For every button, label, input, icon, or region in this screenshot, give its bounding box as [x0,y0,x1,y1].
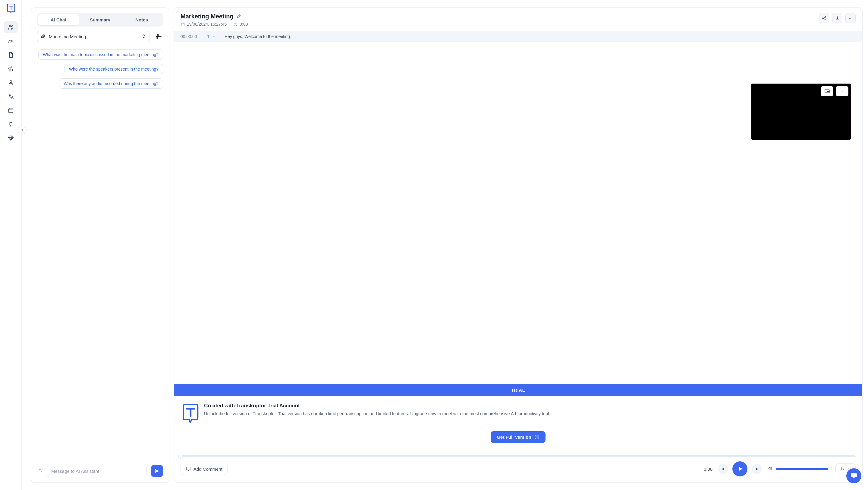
logo[interactable] [0,0,22,17]
tab-notes[interactable]: Notes [121,14,162,25]
player: Add Comment 0:00 1x [174,450,862,483]
play-button[interactable] [733,461,747,477]
trial-banner: TRIAL [174,384,862,396]
prev-button[interactable] [718,464,728,474]
transcript-speaker[interactable]: 1 [207,34,219,39]
svg-point-0 [9,25,11,27]
sidebar-item-profile[interactable] [4,77,18,89]
context-select[interactable]: Marketing Meeting [37,31,150,42]
filters-button[interactable] [155,32,163,41]
transcript-time: 00:00:00 [181,34,202,39]
sparkle-icon [37,468,42,474]
trial-body: Unlock the full version of Transkriptor.… [204,411,550,417]
suggestion-chip[interactable]: What was the main topic discussed in the… [38,50,163,60]
attachment-icon [40,33,46,40]
tabs: AI Chat Summary Notes [37,13,163,27]
next-button[interactable] [752,464,762,474]
sidebar-item-speedometer[interactable] [4,35,18,47]
svg-point-1 [11,26,13,27]
svg-point-4 [10,81,11,82]
add-comment-button[interactable]: Add Comment [181,463,227,475]
svg-point-6 [157,34,158,36]
edit-title-icon[interactable] [237,13,241,20]
tab-ai-chat[interactable]: AI Chat [38,14,79,25]
trial-logo-icon [182,403,198,425]
page-title: Marketing Meeting [181,13,234,20]
seek-slider[interactable] [181,455,856,457]
svg-point-15 [850,18,851,19]
sidebar [0,0,22,490]
transcript-row[interactable]: 00:00:00 1 Hey guys. Welcome to the meet… [174,31,862,42]
assistant-panel: AI Chat Summary Notes Marketing Meeting … [31,7,169,483]
trial-heading: Created with Transkriptor Trial Account [204,403,550,409]
transcript-panel: Marketing Meeting 19/08/2024, 16:27:45 0… [174,7,863,483]
sidebar-item-premium[interactable] [4,132,18,144]
svg-point-8 [157,37,158,39]
sidebar-item-users[interactable] [4,21,18,33]
assistant-input[interactable] [47,465,147,477]
tab-summary[interactable]: Summary [80,14,120,25]
chat-fab[interactable] [846,468,861,483]
more-button[interactable] [845,13,856,23]
sidebar-item-rewards[interactable] [4,63,18,75]
video-minimize-button[interactable] [836,86,848,96]
sidebar-item-document[interactable] [4,49,18,61]
svg-point-19 [535,435,539,439]
playback-position: 0:00 [704,466,712,471]
volume-icon[interactable] [767,466,773,472]
sidebar-item-language[interactable] [4,90,18,103]
svg-point-16 [851,18,852,19]
svg-point-14 [849,18,849,19]
meta-duration: 0:08 [233,22,248,27]
svg-rect-9 [181,23,184,26]
transcript-text: Hey guys. Welcome to the meeting [224,34,856,39]
sidebar-item-integrations[interactable] [4,118,18,131]
send-button[interactable] [151,465,163,477]
svg-rect-18 [827,91,829,92]
suggestions: What was the main topic discussed in the… [37,50,163,89]
suggestion-chip[interactable]: Who were the speakers present in the mee… [64,64,163,74]
share-button[interactable] [819,13,829,23]
video-popout-button[interactable] [821,86,833,96]
context-select-label: Marketing Meeting [49,34,138,39]
svg-rect-5 [8,109,13,113]
volume-slider[interactable] [776,468,830,470]
svg-point-7 [159,36,161,37]
video-preview[interactable] [751,84,851,140]
meta-date: 19/08/2024, 16:27:45 [181,22,227,27]
download-button[interactable] [832,13,842,23]
get-full-version-button[interactable]: Get Full Version [491,431,545,443]
sidebar-item-calendar[interactable] [4,105,18,116]
suggestion-chip[interactable]: Was there any audio recorded during the … [59,79,163,89]
sidebar-expand-button[interactable] [18,125,27,135]
updown-icon [141,33,147,40]
